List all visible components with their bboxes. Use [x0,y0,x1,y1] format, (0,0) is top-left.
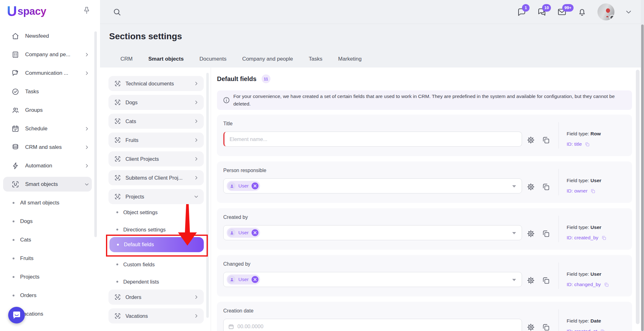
pin-sidebar-icon[interactable] [82,6,91,15]
user-select[interactable]: User [223,178,522,193]
window-scrollbar[interactable] [641,0,644,331]
tab-company-and-people[interactable]: Company and people [242,55,294,68]
sidebar-item-cats[interactable]: Cats [0,231,100,249]
smart-object-icon [114,137,121,144]
object-card-orders[interactable]: Orders [108,290,204,305]
object-card-dogs[interactable]: Dogs [108,95,204,110]
chip-close-icon[interactable] [252,276,258,283]
project-item-directions-settings[interactable]: Directions settings [100,223,211,236]
info-banner: For your convenience, we have created a … [217,90,632,110]
bell-icon[interactable] [577,7,587,17]
smart-object-icon [114,312,121,319]
sidebar-item-communication[interactable]: Communication ... [0,64,100,82]
object-card-client-projects[interactable]: Client Projects [108,151,204,166]
project-item-default-fields-selected[interactable]: Default fields [109,237,204,252]
object-card-subitems-of-client-projects[interactable]: Subitems of Client Proj... [108,170,204,185]
sidebar-item-automation[interactable]: Automation [0,156,100,175]
copy-id-icon[interactable] [604,282,609,287]
sidebar-item-tasks[interactable]: Tasks [0,82,100,101]
select-caret-icon [512,185,516,187]
calendar-icon [228,323,234,330]
sidebar-item-label: CRM and sales [25,144,62,150]
tab-smart-objects[interactable]: Smart objects [148,55,184,68]
sidebar-item-dogs[interactable]: Dogs [0,212,100,231]
logo-u-glyph: U [7,4,17,19]
sidebar-item-label: Fruits [20,255,34,262]
window-scrollbar-thumb[interactable] [641,24,644,331]
sidebar-item-projects[interactable]: Projects [0,268,100,286]
database-icon [11,143,19,151]
tab-tasks[interactable]: Tasks [308,55,323,68]
content-panel: Technical documents Dogs Cats Fruits Cli… [100,68,644,331]
support-chat-bubble[interactable] [8,307,25,323]
tab-documents[interactable]: Documents [199,55,227,68]
sidebar-item-label: Tasks [25,89,39,95]
avatar-status-dot [609,15,614,20]
tab-crm[interactable]: CRM [120,55,133,68]
project-item-custom-fields[interactable]: Custom fields [100,258,211,271]
sidebar-item-groups[interactable]: Groups [0,101,100,119]
project-item-object-settings[interactable]: Object settings [100,206,211,219]
copy-icon[interactable] [541,276,550,285]
gear-icon[interactable] [526,276,535,285]
object-card-vacations[interactable]: Vacations [108,308,204,323]
copy-id-icon[interactable] [600,329,605,331]
copy-icon[interactable] [541,182,550,191]
user-select[interactable]: User [223,272,522,287]
profile-chevron-down-icon[interactable] [625,8,632,15]
creation-date-input[interactable] [224,319,522,331]
sidebar-item-crm-and-sales[interactable]: CRM and sales [0,138,100,156]
object-card-cats[interactable]: Cats [108,114,204,129]
sidebar-item-label: Groups [25,107,43,113]
gear-icon[interactable] [526,182,535,191]
sidebar-item-all-smart-objects[interactable]: All smart objects [0,193,100,212]
chevron-right-icon [194,138,199,143]
object-card-fruits[interactable]: Fruits [108,133,204,148]
sidebar-item-company-and-people[interactable]: Company and pe... [0,45,100,64]
gear-icon[interactable] [526,229,535,238]
project-item-dependent-lists[interactable]: Dependent lists [100,275,211,288]
chevron-right-icon [194,81,199,86]
copy-id-icon[interactable] [590,188,596,194]
copy-id-icon[interactable] [585,142,590,147]
gear-icon[interactable] [526,136,535,144]
sidebar-item-newsfeed[interactable]: Newsfeed [0,27,100,45]
bullet-icon [116,263,118,265]
field-type-line: Field type: Date [567,318,601,324]
object-card-technical-documents[interactable]: Technical documents [108,76,204,91]
tab-marketing[interactable]: Marketing [337,55,362,68]
copy-icon[interactable] [541,323,550,331]
chat-icon[interactable]: 1 [517,7,526,17]
uspacy-logo[interactable]: U spacy [7,4,46,19]
object-card-label: Projects [125,194,194,200]
copy-id-icon[interactable] [601,235,607,241]
list-divider [211,68,211,331]
group-chat-icon[interactable]: 10 [537,7,547,17]
user-chip: User [227,274,260,285]
user-select[interactable]: User [223,225,522,240]
sidebar-item-label: Dogs [20,218,33,225]
gear-icon[interactable] [526,323,535,331]
sidebar-item-schedule[interactable]: Schedule [0,119,100,138]
field-id-label: ID: [567,235,573,241]
object-card-label: Orders [125,294,194,300]
chip-close-icon[interactable] [252,229,258,236]
copy-icon[interactable] [541,136,550,144]
title-input[interactable] [225,132,522,146]
mail-icon[interactable]: 99+ [557,7,567,17]
sidebar-item-fruits[interactable]: Fruits [0,249,100,268]
chevron-right-icon [194,313,199,318]
bullet-icon [13,239,14,241]
field-type-label: Field type: [567,131,589,136]
title-input-wrapper [223,132,522,147]
avatar[interactable] [597,3,614,20]
object-card-projects[interactable]: Projects [108,189,204,204]
chip-close-icon[interactable] [252,182,258,189]
sidebar-item-smart-objects[interactable]: Smart objects [0,175,100,193]
sidebar-item-orders[interactable]: Orders [0,286,100,305]
project-item-label: Dependent lists [123,279,159,285]
search-icon[interactable] [113,8,121,16]
main-scrollbar[interactable] [636,70,640,324]
copy-icon[interactable] [541,229,550,238]
chevron-right-icon [84,163,89,168]
